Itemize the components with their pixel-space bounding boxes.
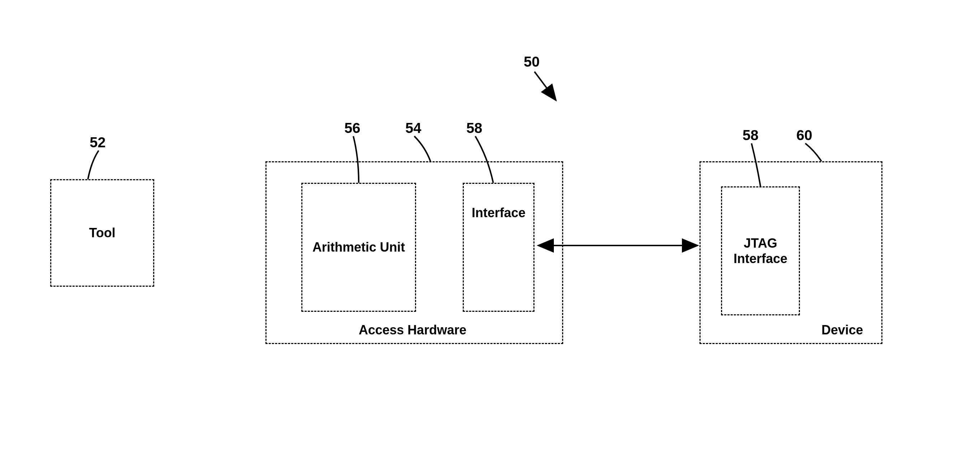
ref-jtag: 58 — [743, 127, 759, 143]
tool-box: Tool — [50, 179, 154, 287]
ref-access-hw: 54 — [405, 120, 422, 136]
ref-device: 60 — [796, 127, 813, 143]
arithmetic-unit-box: Arithmetic Unit — [301, 183, 416, 312]
ref-tool: 52 — [90, 135, 106, 150]
access-hw-ref-curve — [414, 136, 430, 161]
ref-arith: 56 — [344, 120, 361, 136]
access-hardware-label: Access Hardware — [359, 323, 466, 337]
device-ref-curve — [805, 143, 821, 161]
tool-ref-curve — [88, 150, 99, 179]
jtag-interface-label: JTAG Interface — [725, 236, 795, 266]
ref-fig: 50 — [524, 54, 540, 70]
fig-ref-arrow — [535, 72, 556, 100]
ref-interface: 58 — [466, 120, 482, 136]
device-label: Device — [821, 323, 863, 337]
jtag-interface-box: JTAG Interface — [721, 186, 800, 315]
tool-label: Tool — [89, 225, 115, 241]
interface-label: Interface — [472, 205, 525, 220]
arithmetic-unit-label: Arithmetic Unit — [312, 239, 405, 255]
interface-box: Interface — [463, 183, 535, 312]
